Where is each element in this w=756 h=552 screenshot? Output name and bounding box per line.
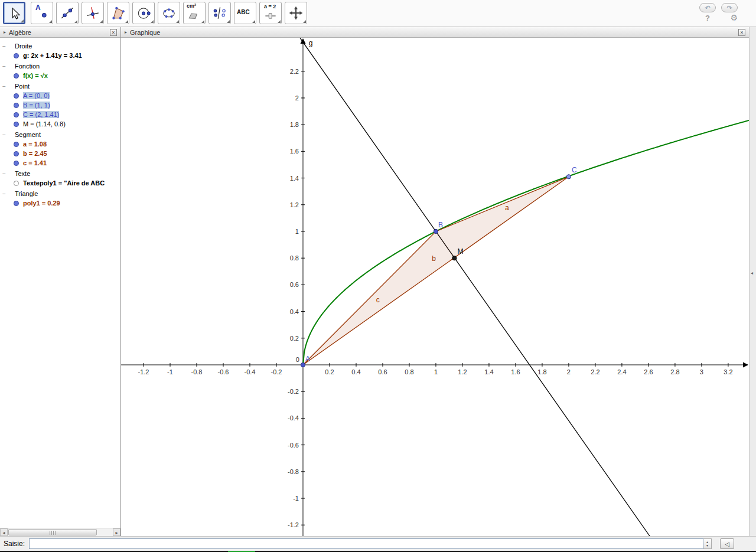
algebra-item[interactable]: A = (0, 0) [0, 91, 120, 100]
undo-button[interactable]: ↶ [699, 3, 716, 12]
tool-move-button[interactable] [3, 2, 25, 24]
algebra-group[interactable]: −Fonction [0, 61, 120, 71]
saisie-input[interactable] [29, 538, 703, 549]
collapse-icon[interactable]: − [1, 83, 7, 90]
x-tick-label: -0.6 [218, 368, 229, 375]
line-g[interactable] [300, 38, 650, 536]
tool-dropdown-icon[interactable] [303, 20, 306, 23]
visibility-marble-icon[interactable] [14, 112, 19, 117]
triangle-poly1[interactable] [303, 177, 569, 365]
collapse-icon[interactable]: − [1, 43, 7, 50]
collapse-icon[interactable]: − [1, 171, 7, 177]
toolbar: A [0, 0, 756, 27]
graphics-panel-header[interactable]: ▸ Graphique × [121, 27, 749, 38]
collapse-icon[interactable]: − [1, 191, 7, 197]
tool-dropdown-icon[interactable] [21, 19, 24, 22]
panel-arrow-icon[interactable]: ▸ [4, 30, 6, 35]
scroll-left-icon[interactable]: ◂ [0, 528, 8, 536]
algebra-horizontal-scrollbar[interactable]: ◂ ▸ [0, 528, 120, 536]
algebra-item[interactable]: C = (2, 1.41) [0, 110, 120, 119]
visibility-marble-icon[interactable] [14, 161, 19, 166]
panel-collapse-icon[interactable]: ◂ [751, 270, 753, 276]
tool-point-button[interactable]: A [31, 2, 53, 24]
tool-dropdown-icon[interactable] [74, 20, 77, 23]
tool-dropdown-icon[interactable] [227, 20, 230, 23]
point-A[interactable] [301, 362, 305, 367]
tool-dropdown-icon[interactable] [49, 20, 52, 23]
x-tick-label: 2.8 [670, 368, 679, 375]
tool-reflect-button[interactable] [208, 2, 231, 24]
scroll-right-icon[interactable]: ▸ [113, 528, 120, 536]
tool-dropdown-icon[interactable] [100, 20, 103, 23]
visibility-marble-icon[interactable] [14, 142, 19, 147]
algebra-item[interactable]: c = 1.41 [0, 158, 120, 168]
algebra-item[interactable]: M = (1.14, 0.8) [0, 119, 120, 129]
visibility-marble-icon[interactable] [14, 93, 19, 99]
tool-text-button[interactable]: ABC [234, 2, 256, 24]
tool-conic-button[interactable] [158, 2, 180, 24]
point-C[interactable] [566, 175, 571, 179]
scrollbar-thumb[interactable] [8, 529, 97, 535]
axes: -1.2-1-0.8-0.6-0.4-0.20.20.40.60.811.21.… [121, 38, 748, 536]
algebra-panel-header[interactable]: ▸ Algèbre × [0, 27, 120, 38]
x-tick-label: 3.2 [724, 368, 732, 375]
tool-dropdown-icon[interactable] [278, 20, 281, 23]
algebra-group[interactable]: −Point [0, 81, 120, 91]
algebra-group[interactable]: −Texte [0, 169, 120, 178]
collapse-icon[interactable]: − [1, 63, 7, 70]
algebra-item[interactable]: poly1 = 0.29 [0, 198, 120, 208]
y-tick-label: -0.2 [288, 388, 299, 395]
visibility-marble-icon[interactable] [14, 73, 19, 79]
tool-dropdown-icon[interactable] [201, 20, 204, 23]
tool-perpendicular-button[interactable] [82, 2, 104, 24]
input-label: Saisie: [4, 540, 25, 548]
algebra-item[interactable]: b = 2.45 [0, 149, 120, 158]
collapse-icon[interactable]: − [1, 132, 7, 138]
visibility-marble-icon[interactable] [14, 201, 19, 206]
algebra-item[interactable]: f(x) = √x [0, 71, 120, 80]
algebra-item[interactable]: a = 1.08 [0, 139, 120, 149]
algebra-item[interactable]: B = (1, 1) [0, 100, 120, 110]
curve-f[interactable] [303, 120, 749, 365]
visibility-marble-icon[interactable] [14, 53, 19, 58]
x-tick-label: -1 [167, 368, 173, 375]
input-history-spinner[interactable]: ▴ ▾ [703, 538, 712, 549]
visibility-marble-icon[interactable] [14, 151, 19, 156]
tool-slider-button[interactable]: a = 2 [259, 2, 282, 24]
redo-button[interactable]: ↷ [721, 3, 738, 12]
panel-arrow-icon[interactable]: ▸ [125, 30, 127, 35]
algebra-item-text: g: 2x + 1.41y = 3.41 [23, 52, 82, 59]
algebra-group[interactable]: −Droite [0, 41, 120, 51]
graphics-close-icon[interactable]: × [738, 29, 745, 36]
algebra-tree: −Droiteg: 2x + 1.41y = 3.41−Fonctionf(x)… [0, 38, 120, 528]
point-icon [34, 5, 50, 21]
algebra-item[interactable]: Textepoly1 = "Aire de ABC [0, 178, 120, 188]
algebra-group[interactable]: −Triangle [0, 189, 120, 198]
point-B[interactable] [434, 229, 438, 233]
tool-dropdown-icon[interactable] [252, 20, 255, 23]
algebra-group[interactable]: −Segment [0, 130, 120, 139]
tool-dropdown-icon[interactable] [151, 20, 154, 23]
visibility-marble-icon[interactable] [14, 103, 19, 108]
graphics-view[interactable]: -1.2-1-0.8-0.6-0.4-0.20.20.40.60.811.21.… [121, 38, 749, 536]
point-label-C: C [572, 166, 577, 174]
tool-dropdown-icon[interactable] [176, 20, 179, 23]
x-tick-label: 0.6 [378, 368, 387, 375]
tool-measure-button[interactable]: cm² [183, 2, 206, 24]
algebra-item[interactable]: g: 2x + 1.41y = 3.41 [0, 51, 120, 60]
tool-circle-button[interactable] [132, 2, 155, 24]
tool-polygon-button[interactable] [107, 2, 129, 24]
gear-icon[interactable]: ⚙ [730, 13, 738, 22]
algebra-close-icon[interactable]: × [110, 29, 117, 36]
help-icon[interactable]: ? [705, 14, 710, 22]
tool-line-button[interactable] [56, 2, 79, 24]
visibility-marble-icon[interactable] [14, 122, 19, 127]
tool-dropdown-icon[interactable] [125, 20, 128, 23]
input-help-button[interactable]: ◁ [720, 538, 734, 549]
visibility-marble-icon[interactable] [14, 181, 19, 186]
area-shape-icon [187, 5, 202, 21]
algebra-group-label: Droite [15, 43, 32, 50]
tool-move-view-button[interactable] [285, 2, 307, 24]
point-M[interactable] [452, 256, 457, 260]
spin-down-icon[interactable]: ▾ [706, 544, 708, 547]
